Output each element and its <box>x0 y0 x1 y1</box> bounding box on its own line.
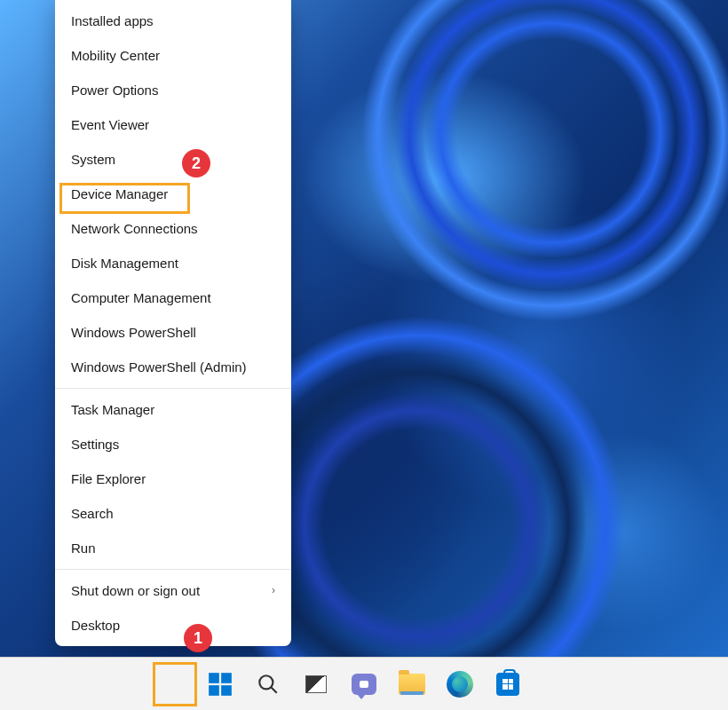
start-button[interactable] <box>200 664 241 705</box>
menu-item-label: Disk Management <box>71 254 178 272</box>
menu-item-mobility-center[interactable]: Mobility Center <box>55 38 291 73</box>
menu-item-settings[interactable]: Settings <box>55 427 291 462</box>
menu-item-label: Desktop <box>71 616 120 635</box>
menu-item-system[interactable]: System <box>55 142 291 177</box>
menu-item-installed-apps[interactable]: Installed apps <box>55 4 291 38</box>
menu-item-label: Windows PowerShell (Admin) <box>71 358 247 376</box>
menu-item-network-connections[interactable]: Network Connections <box>55 211 291 246</box>
menu-item-power-options[interactable]: Power Options <box>55 73 291 107</box>
svg-rect-1 <box>221 673 232 683</box>
menu-item-label: System <box>71 150 115 169</box>
menu-item-task-manager[interactable]: Task Manager <box>55 392 291 427</box>
menu-item-label: Event Viewer <box>71 115 149 134</box>
menu-item-disk-management[interactable]: Disk Management <box>55 246 291 280</box>
menu-item-label: Device Manager <box>71 185 168 203</box>
annotation-badge-2: 2 <box>182 149 210 178</box>
menu-item-label: Settings <box>71 435 119 454</box>
menu-item-label: Network Connections <box>71 219 198 238</box>
badge-number: 2 <box>192 154 201 173</box>
store-icon <box>496 673 519 696</box>
menu-item-label: Task Manager <box>71 400 154 419</box>
svg-line-5 <box>271 687 277 693</box>
annotation-badge-1: 1 <box>184 624 212 652</box>
taskbar-file-explorer-button[interactable] <box>392 664 432 705</box>
svg-point-4 <box>259 675 273 689</box>
task-view-icon <box>305 675 327 693</box>
badge-number: 1 <box>194 629 202 648</box>
edge-icon <box>447 671 473 698</box>
chevron-right-icon: › <box>272 583 275 598</box>
menu-item-label: Mobility Center <box>71 46 160 65</box>
taskbar-chat-button[interactable] <box>344 664 384 705</box>
svg-rect-3 <box>221 685 232 696</box>
taskbar <box>0 657 728 710</box>
menu-item-label: Shut down or sign out <box>71 581 200 600</box>
chat-icon <box>352 674 376 695</box>
menu-item-device-manager[interactable]: Device Manager <box>55 177 291 211</box>
svg-rect-2 <box>209 685 219 696</box>
menu-item-desktop[interactable]: Desktop <box>55 608 291 643</box>
menu-item-label: Installed apps <box>71 12 154 30</box>
taskbar-store-button[interactable] <box>487 664 528 705</box>
menu-item-label: Computer Management <box>71 288 211 307</box>
taskbar-task-view-button[interactable] <box>296 664 336 705</box>
menu-item-run[interactable]: Run <box>55 531 291 565</box>
menu-separator <box>55 388 291 389</box>
menu-item-windows-powershell[interactable]: Windows PowerShell <box>55 315 291 350</box>
menu-item-label: Run <box>71 539 96 557</box>
menu-item-file-explorer[interactable]: File Explorer <box>55 462 291 496</box>
menu-item-shut-down-sign-out[interactable]: Shut down or sign out › <box>55 573 291 608</box>
menu-item-event-viewer[interactable]: Event Viewer <box>55 107 291 142</box>
folder-icon <box>399 674 425 695</box>
menu-separator <box>55 569 291 570</box>
menu-item-label: Power Options <box>71 81 158 99</box>
winx-context-menu: Installed apps Mobility Center Power Opt… <box>55 0 291 646</box>
taskbar-edge-button[interactable] <box>439 664 480 705</box>
taskbar-search-button[interactable] <box>248 664 289 705</box>
search-icon <box>257 673 280 696</box>
menu-item-computer-management[interactable]: Computer Management <box>55 280 291 315</box>
menu-item-windows-powershell-admin[interactable]: Windows PowerShell (Admin) <box>55 350 291 384</box>
svg-rect-0 <box>209 673 219 683</box>
windows-logo-icon <box>208 672 233 697</box>
menu-item-label: Windows PowerShell <box>71 323 196 342</box>
menu-item-search[interactable]: Search <box>55 496 291 531</box>
menu-item-label: Search <box>71 504 114 523</box>
menu-item-label: File Explorer <box>71 469 146 488</box>
